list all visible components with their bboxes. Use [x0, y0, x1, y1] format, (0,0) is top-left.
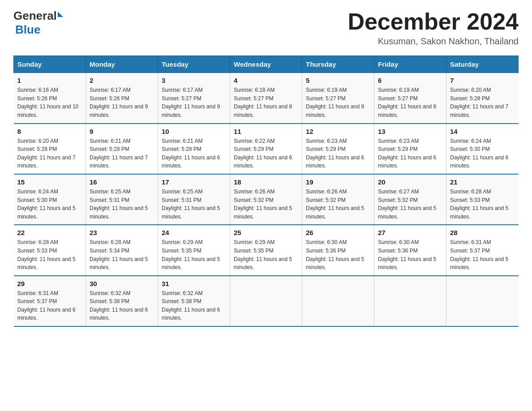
day-info: Sunrise: 6:28 AM Sunset: 5:33 PM Dayligh… — [450, 188, 515, 221]
day-info: Sunrise: 6:29 AM Sunset: 5:35 PM Dayligh… — [234, 238, 298, 271]
day-info: Sunrise: 6:30 AM Sunset: 5:36 PM Dayligh… — [306, 238, 370, 271]
day-number: 10 — [162, 128, 226, 135]
day-number: 2 — [90, 77, 154, 84]
day-info: Sunrise: 6:21 AM Sunset: 5:28 PM Dayligh… — [162, 137, 226, 170]
day-info: Sunrise: 6:25 AM Sunset: 5:31 PM Dayligh… — [90, 188, 154, 221]
weekday-header-row: SundayMondayTuesdayWednesdayThursdayFrid… — [14, 56, 519, 73]
day-info: Sunrise: 6:28 AM Sunset: 5:33 PM Dayligh… — [17, 238, 82, 271]
day-number: 1 — [17, 77, 82, 84]
day-number: 21 — [450, 178, 515, 186]
calendar-cell — [446, 276, 519, 326]
calendar-cell: 31 Sunrise: 6:32 AM Sunset: 5:38 PM Dayl… — [158, 276, 230, 326]
day-number: 17 — [162, 178, 226, 186]
logo-general-text: General — [13, 9, 57, 23]
page-header: General Blue December 2024 Kusuman, Sako… — [13, 9, 519, 47]
day-info: Sunrise: 6:23 AM Sunset: 5:29 PM Dayligh… — [378, 137, 442, 170]
day-number: 3 — [162, 77, 226, 84]
calendar-cell: 29 Sunrise: 6:31 AM Sunset: 5:37 PM Dayl… — [14, 276, 86, 326]
day-info: Sunrise: 6:20 AM Sunset: 5:28 PM Dayligh… — [450, 86, 515, 119]
day-info: Sunrise: 6:19 AM Sunset: 5:27 PM Dayligh… — [378, 86, 442, 119]
weekday-header-sunday: Sunday — [14, 56, 86, 73]
day-info: Sunrise: 6:26 AM Sunset: 5:32 PM Dayligh… — [234, 188, 298, 221]
day-number: 16 — [90, 178, 154, 186]
calendar-cell: 17 Sunrise: 6:25 AM Sunset: 5:31 PM Dayl… — [158, 174, 230, 225]
location-subtitle: Kusuman, Sakon Nakhon, Thailand — [348, 36, 519, 47]
logo-blue-text: Blue — [15, 23, 40, 37]
calendar-cell: 1 Sunrise: 6:16 AM Sunset: 5:26 PM Dayli… — [14, 73, 86, 124]
calendar-week-row: 8 Sunrise: 6:20 AM Sunset: 5:28 PM Dayli… — [14, 124, 519, 174]
calendar-cell: 13 Sunrise: 6:23 AM Sunset: 5:29 PM Dayl… — [374, 124, 446, 174]
month-year-title: December 2024 — [348, 9, 519, 34]
weekday-header-monday: Monday — [86, 56, 158, 73]
day-number: 26 — [306, 229, 370, 236]
day-info: Sunrise: 6:23 AM Sunset: 5:29 PM Dayligh… — [306, 137, 370, 170]
day-info: Sunrise: 6:16 AM Sunset: 5:26 PM Dayligh… — [17, 86, 82, 119]
weekday-header-saturday: Saturday — [446, 56, 519, 73]
day-number: 6 — [378, 77, 442, 84]
calendar-cell: 10 Sunrise: 6:21 AM Sunset: 5:28 PM Dayl… — [158, 124, 230, 174]
day-info: Sunrise: 6:21 AM Sunset: 5:28 PM Dayligh… — [90, 137, 154, 170]
weekday-header-thursday: Thursday — [302, 56, 374, 73]
day-number: 29 — [17, 280, 82, 287]
day-info: Sunrise: 6:22 AM Sunset: 5:29 PM Dayligh… — [234, 137, 298, 170]
day-number: 24 — [162, 229, 226, 236]
day-number: 15 — [17, 178, 82, 186]
day-info: Sunrise: 6:28 AM Sunset: 5:34 PM Dayligh… — [90, 238, 154, 271]
calendar-cell: 5 Sunrise: 6:19 AM Sunset: 5:27 PM Dayli… — [302, 73, 374, 124]
calendar-cell: 8 Sunrise: 6:20 AM Sunset: 5:28 PM Dayli… — [14, 124, 86, 174]
day-number: 5 — [306, 77, 370, 84]
day-number: 20 — [378, 178, 442, 186]
calendar-cell: 24 Sunrise: 6:29 AM Sunset: 5:35 PM Dayl… — [158, 225, 230, 275]
calendar-table: SundayMondayTuesdayWednesdayThursdayFrid… — [13, 56, 519, 327]
calendar-cell: 7 Sunrise: 6:20 AM Sunset: 5:28 PM Dayli… — [446, 73, 519, 124]
day-info: Sunrise: 6:24 AM Sunset: 5:30 PM Dayligh… — [450, 137, 515, 170]
day-info: Sunrise: 6:29 AM Sunset: 5:35 PM Dayligh… — [162, 238, 226, 271]
day-number: 27 — [378, 229, 442, 236]
calendar-cell: 12 Sunrise: 6:23 AM Sunset: 5:29 PM Dayl… — [302, 124, 374, 174]
calendar-cell: 27 Sunrise: 6:30 AM Sunset: 5:36 PM Dayl… — [374, 225, 446, 275]
calendar-cell: 4 Sunrise: 6:18 AM Sunset: 5:27 PM Dayli… — [230, 73, 302, 124]
day-info: Sunrise: 6:27 AM Sunset: 5:32 PM Dayligh… — [378, 188, 442, 221]
day-info: Sunrise: 6:19 AM Sunset: 5:27 PM Dayligh… — [306, 86, 370, 119]
day-number: 14 — [450, 128, 515, 135]
weekday-header-friday: Friday — [374, 56, 446, 73]
calendar-week-row: 1 Sunrise: 6:16 AM Sunset: 5:26 PM Dayli… — [14, 73, 519, 124]
logo-triangle-icon — [58, 12, 63, 17]
calendar-cell: 15 Sunrise: 6:24 AM Sunset: 5:30 PM Dayl… — [14, 174, 86, 225]
calendar-cell: 2 Sunrise: 6:17 AM Sunset: 5:26 PM Dayli… — [86, 73, 158, 124]
day-number: 30 — [90, 280, 154, 287]
day-number: 4 — [234, 77, 298, 84]
calendar-week-row: 22 Sunrise: 6:28 AM Sunset: 5:33 PM Dayl… — [14, 225, 519, 275]
day-info: Sunrise: 6:17 AM Sunset: 5:27 PM Dayligh… — [162, 86, 226, 119]
calendar-cell: 20 Sunrise: 6:27 AM Sunset: 5:32 PM Dayl… — [374, 174, 446, 225]
day-info: Sunrise: 6:31 AM Sunset: 5:37 PM Dayligh… — [17, 289, 82, 322]
calendar-week-row: 29 Sunrise: 6:31 AM Sunset: 5:37 PM Dayl… — [14, 276, 519, 326]
calendar-cell — [230, 276, 302, 326]
calendar-cell: 16 Sunrise: 6:25 AM Sunset: 5:31 PM Dayl… — [86, 174, 158, 225]
calendar-cell: 30 Sunrise: 6:32 AM Sunset: 5:38 PM Dayl… — [86, 276, 158, 326]
day-number: 19 — [306, 178, 370, 186]
day-number: 13 — [378, 128, 442, 135]
day-number: 8 — [17, 128, 82, 135]
day-info: Sunrise: 6:26 AM Sunset: 5:32 PM Dayligh… — [306, 188, 370, 221]
day-number: 9 — [90, 128, 154, 135]
calendar-cell: 22 Sunrise: 6:28 AM Sunset: 5:33 PM Dayl… — [14, 225, 86, 275]
day-number: 25 — [234, 229, 298, 236]
day-info: Sunrise: 6:31 AM Sunset: 5:37 PM Dayligh… — [450, 238, 515, 271]
calendar-cell — [302, 276, 374, 326]
day-number: 31 — [162, 280, 226, 287]
day-info: Sunrise: 6:24 AM Sunset: 5:30 PM Dayligh… — [17, 188, 82, 221]
day-info: Sunrise: 6:20 AM Sunset: 5:28 PM Dayligh… — [17, 137, 82, 170]
day-number: 22 — [17, 229, 82, 236]
calendar-cell: 26 Sunrise: 6:30 AM Sunset: 5:36 PM Dayl… — [302, 225, 374, 275]
day-info: Sunrise: 6:25 AM Sunset: 5:31 PM Dayligh… — [162, 188, 226, 221]
calendar-cell: 19 Sunrise: 6:26 AM Sunset: 5:32 PM Dayl… — [302, 174, 374, 225]
calendar-week-row: 15 Sunrise: 6:24 AM Sunset: 5:30 PM Dayl… — [14, 174, 519, 225]
calendar-cell: 14 Sunrise: 6:24 AM Sunset: 5:30 PM Dayl… — [446, 124, 519, 174]
calendar-cell: 25 Sunrise: 6:29 AM Sunset: 5:35 PM Dayl… — [230, 225, 302, 275]
logo: General Blue — [13, 9, 63, 37]
day-info: Sunrise: 6:17 AM Sunset: 5:26 PM Dayligh… — [90, 86, 154, 119]
calendar-cell: 11 Sunrise: 6:22 AM Sunset: 5:29 PM Dayl… — [230, 124, 302, 174]
calendar-cell: 3 Sunrise: 6:17 AM Sunset: 5:27 PM Dayli… — [158, 73, 230, 124]
calendar-cell: 18 Sunrise: 6:26 AM Sunset: 5:32 PM Dayl… — [230, 174, 302, 225]
